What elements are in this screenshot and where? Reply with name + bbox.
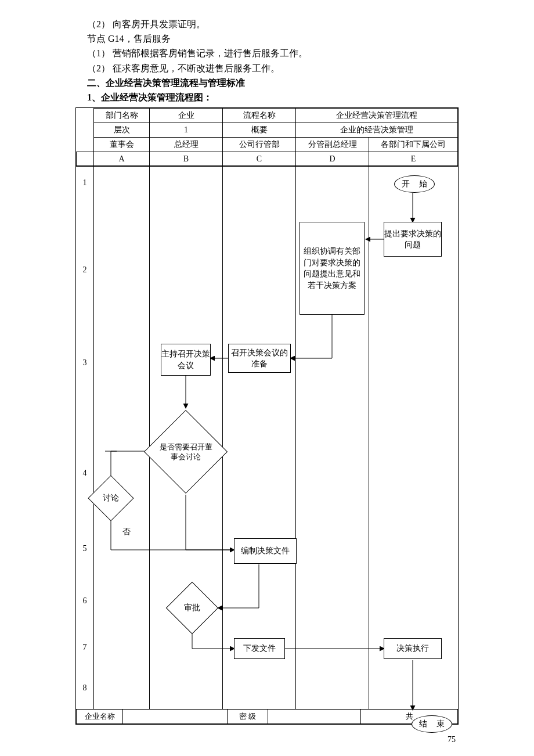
process-box-c5: 编制决策文件 — [234, 538, 297, 564]
column-header: 分管副总经理 — [296, 138, 369, 152]
table-header: 部门名称 企业 流程名称 企业经营决策管理流程 层次 1 概要 企业的经营决策管… — [76, 108, 458, 166]
column-letter: E — [369, 152, 458, 166]
footer-cell — [123, 710, 228, 724]
footer-cell: 企业名称 — [77, 710, 123, 724]
column-letter: B — [150, 152, 223, 166]
row-number: 3 — [76, 358, 93, 368]
row-number: 5 — [76, 544, 93, 553]
row-number: 7 — [76, 643, 93, 652]
row-number: 1 — [76, 178, 93, 188]
header-cell: 流程名称 — [223, 109, 296, 123]
row-number: 6 — [76, 596, 93, 606]
paragraph-line: 节点 G14，售后服务 — [75, 32, 459, 45]
decision-approve: 审批 — [174, 589, 211, 627]
process-box-e7: 决策执行 — [384, 638, 442, 659]
column-header: 总经理 — [150, 138, 223, 152]
paragraph-line: （2） 征求客房意见，不断改进售后服务工作。 — [75, 62, 459, 75]
flowchart-table: 部门名称 企业 流程名称 企业经营决策管理流程 层次 1 概要 企业的经营决策管… — [75, 107, 459, 725]
footer-cell — [268, 710, 361, 724]
process-box-b3: 主持召开决策会议 — [161, 344, 211, 376]
header-cell: 企业 — [150, 109, 223, 123]
process-box-e2: 提出要求决策的问题 — [384, 222, 442, 257]
header-cell: 企业经营决策管理流程 — [296, 109, 458, 123]
process-box-d2: 组织协调有关部门对要求决策的问题提出意见和若干决策方案 — [300, 222, 365, 315]
flowchart-canvas: 1 2 3 4 5 6 7 8 — [76, 166, 458, 709]
header-cell: 概要 — [223, 123, 296, 138]
column-letter: A — [94, 152, 150, 166]
table-footer: 企业名称 密 级 共 — [76, 709, 458, 724]
decision-need-board: 是否需要召开董事会讨论 — [156, 422, 215, 481]
footer-cell: 密 级 — [228, 710, 268, 724]
header-cell: 企业的经营决策管理 — [296, 123, 458, 138]
decision-text: 是否需要召开董事会讨论 — [156, 422, 215, 481]
decision-text: 审批 — [174, 589, 211, 627]
decision-discuss: 讨论 — [95, 482, 127, 514]
header-cell: 部门名称 — [94, 109, 150, 123]
row-number: 4 — [76, 469, 93, 478]
row-number: 8 — [76, 683, 93, 693]
decision-text: 讨论 — [95, 482, 127, 514]
paragraph-line: （1） 营销部根据客房销售记录，进行售后服务工作。 — [75, 46, 459, 60]
column-header: 公司行管部 — [223, 138, 296, 152]
row-number: 2 — [76, 265, 93, 275]
column-header: 董事会 — [94, 138, 150, 152]
section-heading: 二、企业经营决策管理流程与管理标准 — [75, 76, 459, 89]
subsection-heading: 1、企业经营决策管理流程图： — [75, 91, 459, 104]
column-letter: C — [223, 152, 296, 166]
end-terminator: 结 束 — [412, 715, 452, 733]
header-cell: 层次 — [94, 123, 150, 138]
paragraph-line: （2） 向客房开具发票证明。 — [75, 17, 459, 31]
start-terminator: 开 始 — [394, 175, 435, 193]
column-letter: D — [296, 152, 369, 166]
header-cell: 1 — [150, 123, 223, 138]
process-box-c3: 召开决策会议的准备 — [228, 344, 291, 373]
column-header: 各部门和下属公司 — [369, 138, 458, 152]
page-number: 75 — [448, 735, 456, 744]
process-box-c7: 下发文件 — [234, 638, 285, 659]
connector-label-no: 否 — [122, 527, 131, 537]
